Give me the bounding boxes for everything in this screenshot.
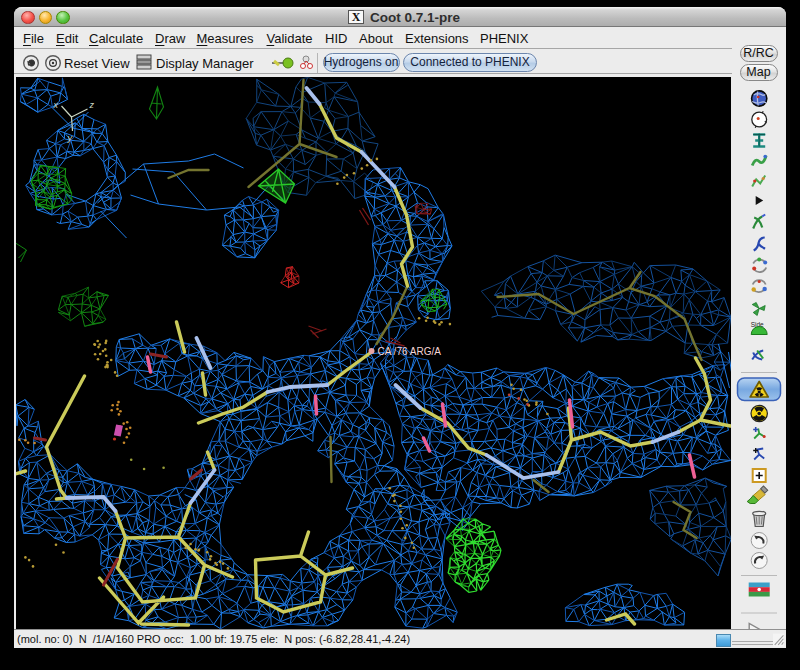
svg-text:z: z [88,100,94,110]
svg-text:CA /76 ARG/A: CA /76 ARG/A [377,346,441,357]
svg-text:y: y [66,133,72,143]
svg-text:x: x [52,100,58,110]
